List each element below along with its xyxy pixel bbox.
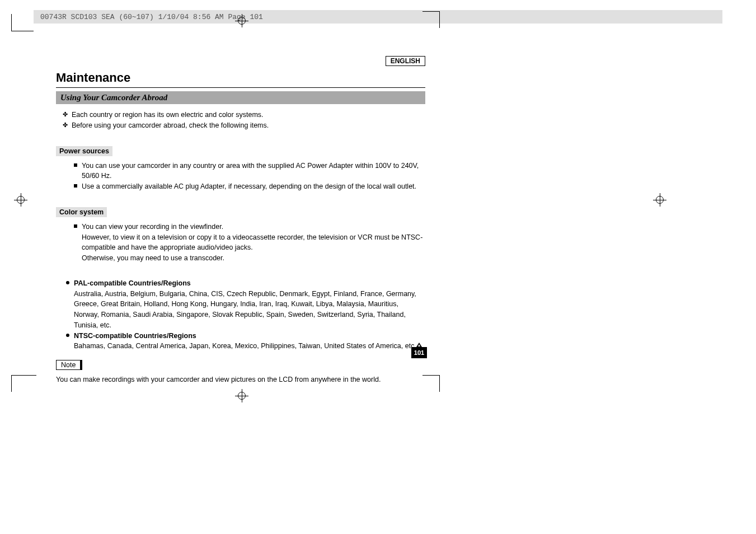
region-label: NTSC-compatible Countries/Regions <box>74 332 196 340</box>
color-system-list: You can view your recording in the viewf… <box>56 222 425 264</box>
page-number: 101 <box>411 347 427 358</box>
list-item: You can view your recording in the viewf… <box>74 222 425 264</box>
region-detail: Australia, Austria, Belgium, Bulgaria, C… <box>74 289 425 331</box>
header-text: 00743R SCD103 SEA (60~107) 1/10/04 8:56 … <box>40 13 263 21</box>
registration-mark-bottom <box>235 389 248 402</box>
list-item: PAL-compatible Countries/Regions Austral… <box>66 278 425 331</box>
color-system-heading: Color system <box>56 207 107 217</box>
list-continuation: Otherwise, you may need to use a transco… <box>82 253 425 264</box>
title-divider <box>56 87 425 88</box>
section-subtitle: Using Your Camcorder Abroad <box>56 91 425 104</box>
intro-item: Before using your camcorder abroad, chec… <box>63 120 425 131</box>
note-text: You can make recordings with your camcor… <box>56 374 425 385</box>
print-header-slug: 00743R SCD103 SEA (60~107) 1/10/04 8:56 … <box>34 10 722 24</box>
note-label: Note <box>56 360 82 370</box>
page-content: ENGLISH Maintenance Using Your Camcorder… <box>56 56 425 385</box>
region-label: PAL-compatible Countries/Regions <box>74 279 191 287</box>
language-badge: ENGLISH <box>386 56 425 66</box>
registration-mark-left <box>14 193 27 207</box>
page-number-text: 101 <box>414 349 424 356</box>
list-item: NTSC-compatible Countries/Regions Bahama… <box>66 331 425 352</box>
list-item: You can use your camcorder in any countr… <box>74 161 425 182</box>
intro-item: Each country or region has its own elect… <box>63 110 425 120</box>
list-item: Use a commercially available AC plug Ada… <box>74 181 425 192</box>
registration-mark-right <box>653 193 666 207</box>
page-title: Maintenance <box>56 71 425 85</box>
list-text: You can view your recording in the viewf… <box>82 223 223 231</box>
intro-list: Each country or region has its own elect… <box>56 110 425 131</box>
region-detail: Bahamas, Canada, Central America, Japan,… <box>74 341 425 352</box>
regions-list: PAL-compatible Countries/Regions Austral… <box>56 278 425 352</box>
power-sources-list: You can use your camcorder in any countr… <box>56 161 425 192</box>
power-sources-heading: Power sources <box>56 146 112 156</box>
list-continuation: However, to view it on a television or c… <box>82 232 425 254</box>
registration-mark-top <box>235 14 248 27</box>
